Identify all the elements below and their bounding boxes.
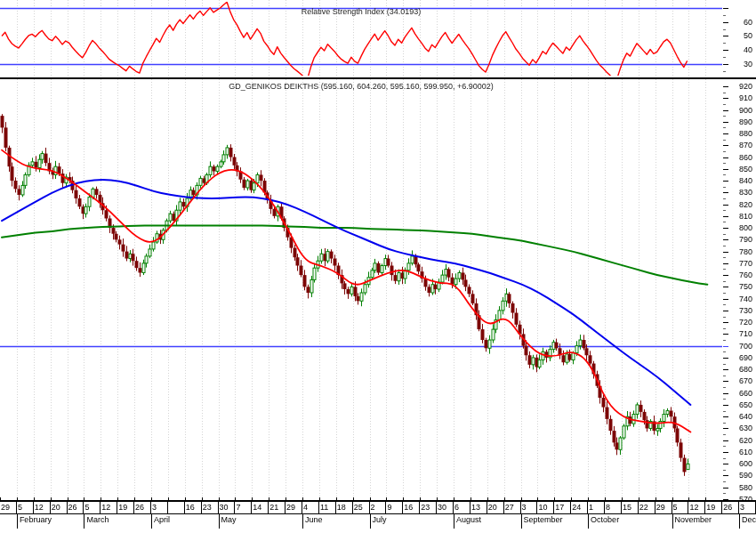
week-start-label: 14	[252, 502, 269, 513]
month-label: April	[151, 514, 219, 529]
week-start-label: 5	[672, 502, 689, 513]
month-label: March	[84, 514, 151, 529]
week-start-label: 22	[639, 502, 655, 513]
week-start-label: 18	[336, 502, 353, 513]
month-label	[0, 514, 17, 529]
week-start-label: 8	[605, 502, 622, 513]
week-start-label: 5	[84, 502, 101, 513]
week-start-label: 29	[655, 502, 672, 513]
week-start-label: 11	[319, 502, 336, 513]
week-start-label: 30	[437, 502, 454, 513]
week-start-label: 24	[571, 502, 588, 513]
week-start-label: 10	[537, 502, 554, 513]
price-panel: GD_GENIKOS DEIKTHS (595.160, 604.260, 59…	[0, 79, 756, 500]
week-start-label: 3	[739, 502, 756, 513]
week-start-label: 26	[722, 502, 739, 513]
month-label: Dec	[739, 514, 756, 529]
week-start-label: 19	[117, 502, 134, 513]
week-start-label: 21	[269, 502, 286, 513]
week-start-label: 13	[470, 502, 487, 513]
week-start-label: 19	[705, 502, 722, 513]
week-start-label: 12	[34, 502, 51, 513]
week-start-label: 4	[302, 502, 319, 513]
week-start-label: 23	[202, 502, 219, 513]
week-start-label: 29	[0, 502, 17, 513]
week-start-label: 29	[286, 502, 302, 513]
week-start-label: 3	[151, 502, 168, 513]
week-start-label: 16	[185, 502, 202, 513]
week-start-label: 6	[454, 502, 470, 513]
date-x-axis: 2951220265121926316233071421294111825291…	[0, 500, 756, 533]
month-label: November	[672, 514, 740, 529]
month-label-row: FebruaryMarchAprilMayJuneJulyAugustSepte…	[0, 514, 756, 533]
week-start-label: 23	[420, 502, 437, 513]
week-start-label: 16	[403, 502, 420, 513]
week-start-label: 30	[219, 502, 236, 513]
week-start-label: 17	[554, 502, 571, 513]
chart-window: Relative Strength Index (34.0193) GD_GEN…	[0, 0, 756, 533]
week-start-label: 3	[521, 502, 538, 513]
week-start-label: 12	[101, 502, 117, 513]
week-start-label	[168, 502, 185, 513]
week-start-label: 7	[235, 502, 252, 513]
week-start-label: 20	[487, 502, 504, 513]
month-label: October	[588, 514, 672, 529]
week-start-label: 25	[353, 502, 370, 513]
week-start-label: 27	[504, 502, 521, 513]
week-start-label: 15	[622, 502, 639, 513]
month-label: February	[17, 514, 84, 529]
rsi-panel: Relative Strength Index (34.0193)	[0, 0, 756, 79]
week-start-label: 26	[68, 502, 84, 513]
week-start-label: 12	[688, 502, 705, 513]
week-start-label: 20	[51, 502, 68, 513]
week-start-label: 1	[588, 502, 605, 513]
month-label: July	[370, 514, 454, 529]
week-start-label: 26	[134, 502, 151, 513]
price-plot-canvas[interactable]	[0, 79, 722, 500]
month-label: September	[521, 514, 589, 529]
week-label-row: 2951220265121926316233071421294111825291…	[0, 502, 756, 514]
rsi-plot-canvas[interactable]	[0, 0, 722, 77]
week-start-label: 2	[370, 502, 387, 513]
month-label: May	[219, 514, 302, 529]
week-start-label: 5	[17, 502, 34, 513]
week-start-label: 9	[386, 502, 403, 513]
month-label: August	[454, 514, 521, 529]
month-label: June	[302, 514, 370, 529]
